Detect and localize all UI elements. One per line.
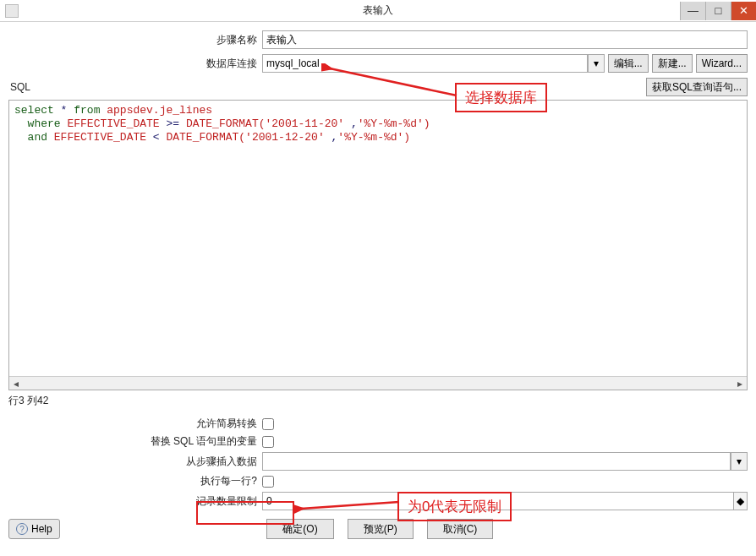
- help-button[interactable]: ? Help: [8, 519, 60, 539]
- get-sql-button[interactable]: 获取SQL查询语句...: [646, 78, 748, 96]
- db-connect-input[interactable]: [262, 54, 588, 73]
- allow-simple-checkbox[interactable]: [262, 418, 274, 430]
- new-connection-button[interactable]: 新建...: [652, 54, 693, 73]
- exec-each-checkbox[interactable]: [262, 476, 274, 488]
- close-button[interactable]: ✕: [731, 2, 756, 20]
- maximize-button[interactable]: □: [705, 2, 731, 20]
- diamond-icon[interactable]: ◆: [734, 492, 748, 510]
- exec-each-label: 执行每一行?: [8, 474, 262, 488]
- allow-simple-row: 允许简易转换: [8, 417, 748, 431]
- limit-row: 记录数量限制 ◆: [8, 492, 748, 510]
- from-step-input[interactable]: [262, 452, 731, 471]
- chevron-down-icon[interactable]: ▾: [588, 54, 605, 73]
- cursor-position-status: 行3 列42: [8, 394, 748, 408]
- from-step-label: 从步骤插入数据: [8, 455, 262, 469]
- cancel-button[interactable]: 取消(C): [427, 519, 494, 539]
- edit-connection-button[interactable]: 编辑...: [608, 54, 649, 73]
- db-connect-combo[interactable]: ▾: [262, 54, 605, 73]
- step-name-row: 步骤名称: [8, 30, 748, 49]
- dialog-content: 步骤名称 数据库连接 ▾ 编辑... 新建... Wizard... SQL 获…: [0, 22, 756, 544]
- ok-button[interactable]: 确定(O): [266, 519, 333, 539]
- window-title: 表输入: [363, 3, 393, 18]
- bottom-button-bar: ? Help 确定(O) 预览(P) 取消(C): [8, 519, 748, 539]
- replace-vars-row: 替换 SQL 语句里的变量: [8, 434, 748, 449]
- sql-label: SQL: [8, 81, 30, 93]
- exec-each-row: 执行每一行?: [8, 474, 748, 488]
- scroll-left-icon[interactable]: ◂: [9, 378, 23, 390]
- chevron-down-icon[interactable]: ▾: [731, 452, 748, 471]
- db-connect-row: 数据库连接 ▾ 编辑... 新建... Wizard...: [8, 54, 748, 73]
- db-connect-label: 数据库连接: [8, 57, 262, 71]
- window-controls: — □ ✕: [680, 2, 756, 20]
- step-name-label: 步骤名称: [8, 33, 262, 47]
- help-label: Help: [31, 523, 52, 535]
- sql-header-row: SQL 获取SQL查询语句...: [8, 78, 748, 96]
- scroll-right-icon[interactable]: ▸: [733, 378, 747, 390]
- step-name-input[interactable]: [262, 30, 748, 49]
- sql-horizontal-scrollbar[interactable]: ◂ ▸: [9, 376, 747, 390]
- allow-simple-label: 允许简易转换: [8, 417, 262, 431]
- wizard-button[interactable]: Wizard...: [696, 54, 748, 73]
- main-buttons: 确定(O) 预览(P) 取消(C): [60, 519, 697, 539]
- limit-input[interactable]: [262, 492, 734, 510]
- from-step-row: 从步骤插入数据 ▾: [8, 452, 748, 471]
- titlebar: 表输入 — □ ✕: [0, 0, 756, 22]
- limit-label: 记录数量限制: [8, 494, 262, 509]
- replace-vars-label: 替换 SQL 语句里的变量: [8, 434, 262, 449]
- replace-vars-checkbox[interactable]: [262, 436, 274, 448]
- sql-editor[interactable]: select * from appsdev.je_lines where EFF…: [8, 100, 748, 390]
- help-icon: ?: [16, 523, 28, 535]
- sql-text-content[interactable]: select * from appsdev.je_lines where EFF…: [9, 101, 747, 148]
- window-icon: [5, 4, 19, 18]
- from-step-combo[interactable]: ▾: [262, 452, 748, 471]
- preview-button[interactable]: 预览(P): [348, 519, 414, 539]
- minimize-button[interactable]: —: [680, 2, 705, 20]
